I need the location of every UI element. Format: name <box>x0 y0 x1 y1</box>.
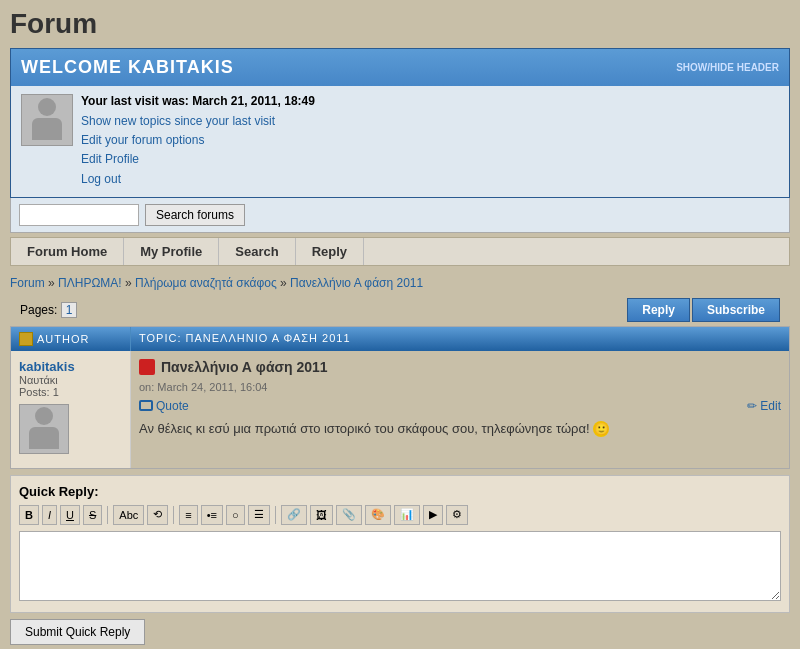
nav-reply[interactable]: Reply <box>296 238 364 265</box>
post-text: Αν θέλεις κι εσύ μια πρωτιά στο ιστορικό… <box>139 421 781 437</box>
pages-line: Pages: 1 <box>10 301 87 321</box>
post-content: Πανελλήνιο Α φάση 2011 on: March 24, 201… <box>131 351 789 445</box>
reply-subscribe-buttons: Reply Subscribe <box>617 298 790 324</box>
breadcrumb-pliroma-anazita[interactable]: Πλήρωμα αναζητά σκάφος <box>135 276 277 290</box>
welcome-bar: WELCOME KABITAKIS SHOW/HIDE HEADER Your … <box>10 48 790 198</box>
qr-strike-button[interactable]: S <box>83 505 102 525</box>
qr-quote-button[interactable]: ○ <box>226 505 245 525</box>
qr-code-button[interactable]: ☰ <box>248 505 270 525</box>
qr-underline-button[interactable]: U <box>60 505 80 525</box>
search-input[interactable] <box>19 204 139 226</box>
post-actions: Quote ✏ Edit <box>139 399 781 413</box>
author-username[interactable]: kabitakis <box>19 359 122 374</box>
edit-icon: ✏ <box>747 399 757 413</box>
welcome-body: Your last visit was: March 21, 2011, 18:… <box>11 86 789 197</box>
qr-list-button[interactable]: ≡ <box>179 505 197 525</box>
show-hide-header[interactable]: SHOW/HIDE HEADER <box>676 62 779 73</box>
welcome-title: WELCOME KABITAKIS SHOW/HIDE HEADER <box>11 49 789 86</box>
nav-bar: Forum Home My Profile Search Reply <box>10 237 790 266</box>
breadcrumb-forum[interactable]: Forum <box>10 276 45 290</box>
avatar-body <box>32 118 62 140</box>
nav-forum-home[interactable]: Forum Home <box>11 238 124 265</box>
quick-reply-textarea[interactable] <box>19 531 781 601</box>
reply-button[interactable]: Reply <box>627 298 690 322</box>
author-avatar-figure <box>24 407 64 451</box>
quick-reply-panel: Quick Reply: B I U S Abc ⟲ ≡ •≡ ○ ☰ 🔗 🖼 … <box>10 475 790 613</box>
search-forums-button[interactable]: Search forums <box>145 204 245 226</box>
qr-separator-2 <box>173 506 174 524</box>
post-meta: Πανελλήνιο Α φάση 2011 <box>139 359 781 375</box>
author-label: AUTHOR <box>37 333 89 345</box>
show-new-topics-link[interactable]: Show new topics since your last visit <box>81 112 779 131</box>
avatar-head <box>38 98 56 116</box>
topic-header-author: AUTHOR <box>11 327 131 351</box>
quote-label: Quote <box>156 399 189 413</box>
avatar-figure <box>27 98 67 142</box>
qr-link-button[interactable]: 🔗 <box>281 505 307 525</box>
search-bar: Search forums <box>10 198 790 233</box>
page-1-link[interactable]: 1 <box>61 302 78 318</box>
qr-media-button[interactable]: ▶ <box>423 505 443 525</box>
log-out-link[interactable]: Log out <box>81 170 779 189</box>
qr-separator-3 <box>275 506 276 524</box>
author-avatar-body <box>29 427 59 449</box>
submit-quick-reply-button[interactable]: Submit Quick Reply <box>10 619 145 645</box>
breadcrumb-topic[interactable]: Πανελλήνιο Α φάση 2011 <box>290 276 423 290</box>
edit-profile-link[interactable]: Edit Profile <box>81 150 779 169</box>
post-icon <box>139 359 155 375</box>
subscribe-button[interactable]: Subscribe <box>692 298 780 322</box>
post-date: on: March 24, 2011, 16:04 <box>139 381 781 393</box>
author-avatar <box>19 404 69 454</box>
post-author-panel: kabitakis Ναυτάκι Posts: 1 <box>11 351 131 468</box>
quote-icon <box>139 400 153 411</box>
edit-action[interactable]: ✏ Edit <box>747 399 781 413</box>
topic-header-title: TOPIC: ΠΑΝΕΛΛΗΝΙΟ Α ΦΑΣΗ 2011 <box>131 327 789 351</box>
qr-color-button[interactable]: 🎨 <box>365 505 391 525</box>
author-post-count: Posts: 1 <box>19 386 122 398</box>
qr-blist-button[interactable]: •≡ <box>201 505 223 525</box>
edit-forum-options-link[interactable]: Edit your forum options <box>81 131 779 150</box>
pages-label: Pages: <box>20 303 57 317</box>
author-user-title: Ναυτάκι <box>19 374 122 386</box>
author-icon <box>19 332 33 346</box>
qr-attach-button[interactable]: 📎 <box>336 505 362 525</box>
qr-italic-button[interactable]: I <box>42 505 57 525</box>
quick-reply-toolbar: B I U S Abc ⟲ ≡ •≡ ○ ☰ 🔗 🖼 📎 🎨 📊 ▶ ⚙ <box>19 505 781 525</box>
topic-header: AUTHOR TOPIC: ΠΑΝΕΛΛΗΝΙΟ Α ΦΑΣΗ 2011 <box>11 327 789 351</box>
qr-settings-button[interactable]: ⚙ <box>446 505 468 525</box>
pages-subscribe-row: Pages: 1 Reply Subscribe <box>0 296 800 326</box>
qr-image-button[interactable]: 🖼 <box>310 505 333 525</box>
qr-table-button[interactable]: 📊 <box>394 505 420 525</box>
breadcrumb: Forum » ΠΛΗΡΩΜΑ! » Πλήρωμα αναζητά σκάφο… <box>0 270 800 296</box>
avatar <box>21 94 73 146</box>
submit-area: Submit Quick Reply <box>10 619 790 645</box>
qr-undo-button[interactable]: ⟲ <box>147 505 168 525</box>
qr-separator-1 <box>107 506 108 524</box>
nav-my-profile[interactable]: My Profile <box>124 238 219 265</box>
page-title: Forum <box>0 0 800 48</box>
author-avatar-head <box>35 407 53 425</box>
welcome-text: WELCOME KABITAKIS <box>21 57 234 78</box>
edit-label: Edit <box>760 399 781 413</box>
quick-reply-title: Quick Reply: <box>19 484 781 499</box>
breadcrumb-pliroma[interactable]: ΠΛΗΡΩΜΑ! <box>58 276 122 290</box>
topic-table: AUTHOR TOPIC: ΠΑΝΕΛΛΗΝΙΟ Α ΦΑΣΗ 2011 kab… <box>10 326 790 469</box>
post-title: Πανελλήνιο Α φάση 2011 <box>161 359 328 375</box>
quote-action[interactable]: Quote <box>139 399 189 413</box>
last-visit-text: Your last visit was: March 21, 2011, 18:… <box>81 94 779 108</box>
nav-search[interactable]: Search <box>219 238 295 265</box>
post-body-text: Αν θέλεις κι εσύ μια πρωτιά στο ιστορικό… <box>139 421 590 436</box>
qr-font-button[interactable]: Abc <box>113 505 144 525</box>
qr-bold-button[interactable]: B <box>19 505 39 525</box>
smiley-icon: 🙂 <box>593 421 609 437</box>
